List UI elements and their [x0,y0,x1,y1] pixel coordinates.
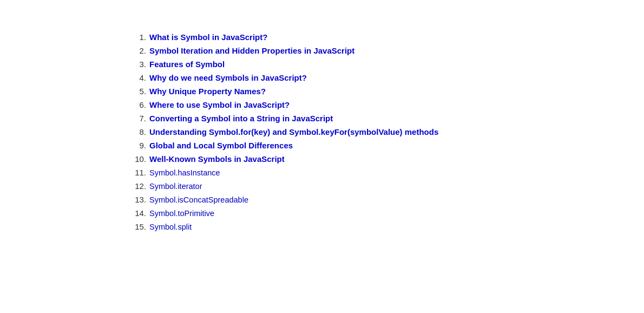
list-item-link-15[interactable]: Symbol.split [149,223,192,231]
list-item: Symbol Iteration and Hidden Properties i… [130,46,644,55]
list-item-link-8[interactable]: Understanding Symbol.for(key) and Symbol… [149,127,438,136]
list-item: Where to use Symbol in JavaScript? [130,100,644,109]
main-container: What is Symbol in JavaScript?Symbol Iter… [0,0,644,268]
list-item-link-1[interactable]: What is Symbol in JavaScript? [149,32,267,42]
list-item: Symbol.isConcatSpreadable [130,195,644,204]
list-item-link-14[interactable]: Symbol.toPrimitive [149,209,214,218]
list-item: What is Symbol in JavaScript? [130,32,644,42]
list-item: Symbol.split [130,222,644,231]
list-item: Converting a Symbol into a String in Jav… [130,114,644,123]
list-item: Well-Known Symbols in JavaScript [130,154,644,164]
list-item: Global and Local Symbol Differences [130,141,644,150]
list-item-link-2[interactable]: Symbol Iteration and Hidden Properties i… [149,46,354,55]
list-item-link-5[interactable]: Why Unique Property Names? [149,87,266,96]
list-item-link-12[interactable]: Symbol.iterator [149,182,202,191]
topic-list: What is Symbol in JavaScript?Symbol Iter… [130,32,644,231]
list-item-link-7[interactable]: Converting a Symbol into a String in Jav… [149,114,333,123]
list-item-link-10[interactable]: Well-Known Symbols in JavaScript [149,154,285,164]
list-item: Why Unique Property Names? [130,87,644,96]
list-item: Symbol.iterator [130,181,644,191]
list-item-link-6[interactable]: Where to use Symbol in JavaScript? [149,100,290,109]
list-item: Why do we need Symbols in JavaScript? [130,73,644,82]
list-item: Symbol.toPrimitive [130,208,644,218]
list-item-link-11[interactable]: Symbol.hasInstance [149,168,220,177]
list-item-link-13[interactable]: Symbol.isConcatSpreadable [149,195,248,204]
list-item: Features of Symbol [130,60,644,69]
list-item-link-4[interactable]: Why do we need Symbols in JavaScript? [149,73,307,82]
list-item-link-3[interactable]: Features of Symbol [149,60,225,69]
list-item: Understanding Symbol.for(key) and Symbol… [130,127,644,136]
list-item-link-9[interactable]: Global and Local Symbol Differences [149,141,293,150]
list-item: Symbol.hasInstance [130,168,644,177]
